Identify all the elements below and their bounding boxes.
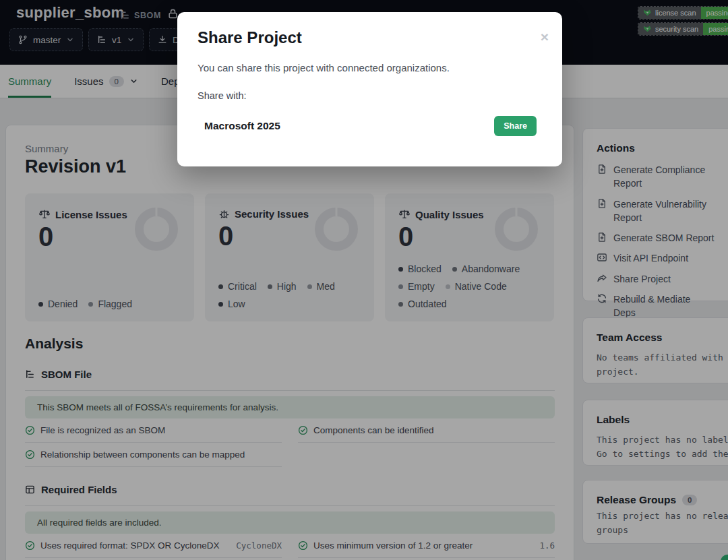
share-with-label: Share with: [198,90,542,101]
share-project-modal: × Share Project You can share this proje… [177,12,562,166]
modal-description: You can share this project with connecte… [198,62,542,73]
share-target-row: Macrosoft 2025 Share [198,116,542,136]
app-root: supplier_sbom SBOM master v1 [0,0,728,560]
share-button[interactable]: Share [494,116,537,136]
modal-title: Share Project [198,28,542,47]
organization-name: Macrosoft 2025 [198,120,280,132]
close-icon[interactable]: × [541,30,549,44]
